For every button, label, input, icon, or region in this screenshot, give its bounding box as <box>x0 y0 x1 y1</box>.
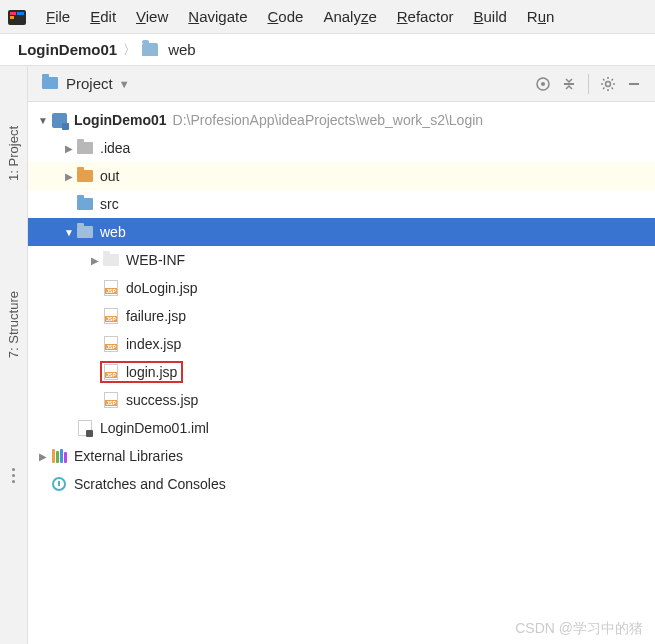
jsp-icon <box>102 280 120 296</box>
tree-file-jsp[interactable]: failure.jsp <box>28 302 655 330</box>
tree-label: .idea <box>100 140 130 156</box>
tree-label: out <box>100 168 119 184</box>
collapse-icon[interactable] <box>556 71 582 97</box>
gear-icon[interactable] <box>595 71 621 97</box>
dock-tab-structure[interactable]: 7: Structure <box>6 291 21 358</box>
svg-point-5 <box>541 82 545 86</box>
folder-icon <box>76 224 94 240</box>
menu-edit[interactable]: Edit <box>80 4 126 29</box>
svg-rect-3 <box>17 12 24 15</box>
svg-rect-2 <box>10 16 14 19</box>
menu-analyze[interactable]: Analyze <box>313 4 386 29</box>
tree-label: success.jsp <box>126 392 198 408</box>
svg-point-7 <box>606 81 611 86</box>
svg-rect-1 <box>10 12 16 15</box>
panel-title[interactable]: Project <box>66 75 113 92</box>
library-icon <box>50 448 68 464</box>
tree-label: login.jsp <box>126 364 177 380</box>
tree-file-iml[interactable]: LoginDemo01.iml <box>28 414 655 442</box>
folder-icon <box>76 196 94 212</box>
menu-run[interactable]: Run <box>517 4 565 29</box>
tree-label: failure.jsp <box>126 308 186 324</box>
app-icon <box>6 6 28 28</box>
tree-root-label: LoginDemo01 <box>74 112 167 128</box>
folder-icon <box>76 140 94 156</box>
iml-icon <box>76 420 94 436</box>
svg-rect-6 <box>564 83 574 85</box>
tree-label: External Libraries <box>74 448 183 464</box>
menu-refactor[interactable]: Refactor <box>387 4 464 29</box>
folder-icon <box>142 43 158 56</box>
tree-file-jsp[interactable]: success.jsp <box>28 386 655 414</box>
project-icon <box>42 76 60 91</box>
divider <box>588 74 589 94</box>
tree-folder-idea[interactable]: ▶ .idea <box>28 134 655 162</box>
module-icon <box>50 112 68 128</box>
tree-root-path: D:\ProfesionApp\ideaProjects\web_work_s2… <box>173 112 484 128</box>
menu-code[interactable]: Code <box>258 4 314 29</box>
tree-label: WEB-INF <box>126 252 185 268</box>
arrow-right-icon[interactable]: ▶ <box>36 451 50 462</box>
jsp-icon <box>102 364 120 380</box>
dock-dots-icon <box>12 468 15 483</box>
tree-label: src <box>100 196 119 212</box>
jsp-icon <box>102 392 120 408</box>
chevron-down-icon[interactable]: ▼ <box>119 78 130 90</box>
tree-label: doLogin.jsp <box>126 280 198 296</box>
tree-external-libraries[interactable]: ▶ External Libraries <box>28 442 655 470</box>
menu-navigate[interactable]: Navigate <box>178 4 257 29</box>
tree-root[interactable]: ▼ LoginDemo01 D:\ProfesionApp\ideaProjec… <box>28 106 655 134</box>
panel-header: Project ▼ <box>28 66 655 102</box>
scratches-icon <box>50 476 68 492</box>
tree-label: LoginDemo01.iml <box>100 420 209 436</box>
arrow-down-icon[interactable]: ▼ <box>36 115 50 126</box>
minimize-icon[interactable] <box>621 71 647 97</box>
arrow-right-icon[interactable]: ▶ <box>88 255 102 266</box>
menu-view[interactable]: View <box>126 4 178 29</box>
tree-label: Scratches and Consoles <box>74 476 226 492</box>
target-icon[interactable] <box>530 71 556 97</box>
svg-rect-8 <box>629 83 639 85</box>
tree-folder-webinf[interactable]: ▶ WEB-INF <box>28 246 655 274</box>
arrow-right-icon[interactable]: ▶ <box>62 143 76 154</box>
menu-file[interactable]: File <box>36 4 80 29</box>
left-dock: 1: Project 7: Structure <box>0 66 28 644</box>
dock-tab-project[interactable]: 1: Project <box>6 126 21 181</box>
arrow-down-icon[interactable]: ▼ <box>62 227 76 238</box>
jsp-icon <box>102 336 120 352</box>
menu-build[interactable]: Build <box>463 4 516 29</box>
tree-label: web <box>100 224 126 240</box>
tree-scratches[interactable]: Scratches and Consoles <box>28 470 655 498</box>
breadcrumb-child[interactable]: web <box>168 41 196 58</box>
tree-file-jsp[interactable]: index.jsp <box>28 330 655 358</box>
breadcrumb: LoginDemo01 〉 web <box>0 34 655 66</box>
breadcrumb-root[interactable]: LoginDemo01 <box>18 41 117 58</box>
menu-bar: File Edit View Navigate Code Analyze Ref… <box>0 0 655 34</box>
folder-icon <box>76 168 94 184</box>
project-tree: ▼ LoginDemo01 D:\ProfesionApp\ideaProjec… <box>28 102 655 644</box>
arrow-right-icon[interactable]: ▶ <box>62 171 76 182</box>
tree-file-jsp-highlighted[interactable]: login.jsp <box>28 358 655 386</box>
tree-folder-web[interactable]: ▼ web <box>28 218 655 246</box>
tree-file-jsp[interactable]: doLogin.jsp <box>28 274 655 302</box>
jsp-icon <box>102 308 120 324</box>
tree-folder-out[interactable]: ▶ out <box>28 162 655 190</box>
watermark: CSDN @学习中的猪 <box>515 620 643 638</box>
folder-icon <box>102 252 120 268</box>
tree-label: index.jsp <box>126 336 181 352</box>
tree-folder-src[interactable]: src <box>28 190 655 218</box>
chevron-right-icon: 〉 <box>123 41 136 59</box>
